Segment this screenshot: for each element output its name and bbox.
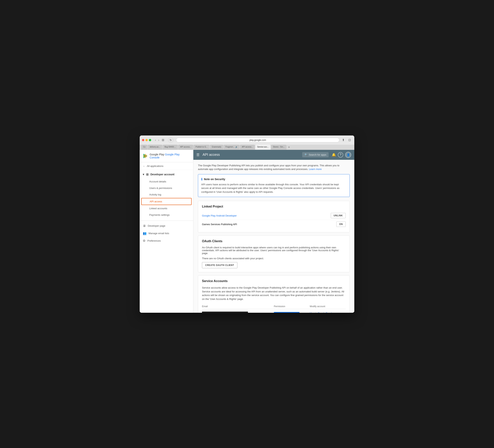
search-icon: 🔍 xyxy=(305,153,308,156)
logo-text: Google Play Google Play Console xyxy=(150,153,190,159)
oauth-clients-section: OAuth Clients An OAuth client is require… xyxy=(198,236,350,272)
sidebar-item-users-permissions[interactable]: Users & permissions xyxy=(141,185,192,191)
top-bar-actions: 🔔 ? 👤 xyxy=(332,152,351,158)
tab-overview-button[interactable]: ⊞ xyxy=(161,138,165,142)
google-play-icon xyxy=(143,153,148,159)
service-accounts-section: Service Accounts Service accounts allow … xyxy=(198,275,350,313)
permission-column-header: Permission xyxy=(274,305,310,308)
grid-icon: ⊞ xyxy=(146,173,148,176)
sidebar-item-manage-email-lists[interactable]: 👥 Manage email lists xyxy=(140,230,193,237)
back-to-applications[interactable]: ← All applications xyxy=(140,162,193,170)
security-note: ℹ Note on Security API users have access… xyxy=(198,174,350,197)
service-accounts-title: Service Accounts xyxy=(202,279,346,283)
sidebar-logo: Google Play Google Play Console xyxy=(140,150,193,162)
info-icon: ℹ xyxy=(201,177,202,181)
browser-tabs: Cc delivery.ac... Bug 59400:... API acce… xyxy=(140,145,354,150)
service-account-row: GRANT ACCESS View in Google Developers C… xyxy=(202,310,346,313)
google-play-android-developer-link[interactable]: Google Play Android Developer xyxy=(202,214,237,217)
browser-tab-8[interactable]: Service acc... xyxy=(255,145,271,150)
view-in-google-developers-console-link[interactable]: View in Google Developers Console xyxy=(310,312,338,313)
browser-window: ‹ › ⊞ ↻ play.google.com ⬆ ⊡ Cc delivery.… xyxy=(140,136,354,313)
new-tab-button[interactable]: ⊡ xyxy=(347,138,352,142)
back-nav-button[interactable]: ‹ xyxy=(154,138,157,142)
content-body: The Google Play Developer Publishing API… xyxy=(193,160,354,313)
email-redacted-value xyxy=(202,311,248,313)
browser-tab-3[interactable]: API access... xyxy=(178,145,193,150)
sidebar-item-payments-settings[interactable]: Payments settings xyxy=(141,212,192,218)
share-button[interactable]: ⬆ xyxy=(341,138,346,142)
user-avatar[interactable]: 👤 xyxy=(345,152,351,158)
chevron-icon: ▾ xyxy=(143,173,144,176)
browser-tab-4[interactable]: Publish to G... xyxy=(194,145,210,150)
sidebar-item-developer-page[interactable]: 🖥 Developer page xyxy=(140,222,193,230)
linked-project-title: Linked Project xyxy=(202,205,346,208)
hamburger-menu-button[interactable]: ☰ xyxy=(197,153,199,157)
search-bar[interactable]: 🔍 Search for apps xyxy=(302,152,329,157)
reload-button[interactable]: ↻ xyxy=(168,137,173,143)
modify-column-header: Modify account xyxy=(310,305,346,308)
service-accounts-table-header: Email Permission Modify account xyxy=(202,304,346,309)
oauth-clients-title: OAuth Clients xyxy=(202,239,346,243)
browser-tab-9[interactable]: Stores - Sm... xyxy=(271,145,286,150)
maximize-button[interactable] xyxy=(149,139,151,141)
permission-cell: GRANT ACCESS xyxy=(274,312,310,313)
back-arrow-icon: ← xyxy=(143,165,145,167)
linked-project-row-0: Google Play Android Developer UNLINK xyxy=(202,211,346,220)
unlink-button[interactable]: UNLINK xyxy=(331,213,346,218)
oauth-description-0: An OAuth client is required to build int… xyxy=(202,246,346,255)
address-bar[interactable]: play.google.com xyxy=(176,138,339,142)
api-description: The Google Play Developer Publishing API… xyxy=(198,164,350,171)
browser-tab-7[interactable]: API access... xyxy=(240,145,255,150)
forward-nav-button[interactable]: › xyxy=(158,138,160,142)
add-tab-button[interactable]: + xyxy=(287,145,291,150)
browser-tab-1[interactable]: delivery.ac... xyxy=(148,145,162,150)
linked-project-section: Linked Project Google Play Android Devel… xyxy=(198,201,350,232)
email-cell xyxy=(202,311,274,313)
main-content: ☰ API access 🔍 Search for apps 🔔 ? 👤 xyxy=(193,150,354,313)
sidebar-item-account-details[interactable]: Account details xyxy=(141,178,192,185)
modify-cell: View in Google Developers Console xyxy=(310,311,346,313)
developer-account-section: ▾ ⊞ Developer account Account details Us… xyxy=(140,170,193,219)
people-icon: 👥 xyxy=(143,231,147,235)
browser-tab-2[interactable]: Bug 59400:... xyxy=(163,145,178,150)
help-button[interactable]: ? xyxy=(338,152,343,158)
close-button[interactable] xyxy=(142,139,144,141)
monitor-icon: 🖥 xyxy=(143,224,146,228)
page-title: API access xyxy=(203,153,299,157)
sidebar: Google Play Google Play Console ← All ap… xyxy=(140,150,193,313)
security-note-text: API users have access to perform actions… xyxy=(201,183,346,194)
grant-access-button[interactable]: GRANT ACCESS xyxy=(274,312,299,313)
linked-project-name-1: Games Services Publishing API xyxy=(202,223,333,226)
games-services-on-button[interactable]: ON xyxy=(336,222,346,227)
sidebar-item-api-access[interactable]: API access xyxy=(141,198,192,205)
security-note-header: ℹ Note on Security xyxy=(201,177,346,181)
linked-project-row-1: Games Services Publishing API ON xyxy=(202,220,346,228)
sidebar-item-preferences[interactable]: ⚙ Preferences xyxy=(140,237,193,245)
browser-tab-5[interactable]: Grammarly xyxy=(210,145,223,150)
notifications-button[interactable]: 🔔 xyxy=(332,153,336,157)
minimize-button[interactable] xyxy=(146,139,148,141)
learn-more-link[interactable]: Learn more xyxy=(309,168,321,171)
browser-tab-0[interactable]: Cc xyxy=(141,145,147,150)
browser-chrome: ‹ › ⊞ ↻ play.google.com ⬆ ⊡ Cc delivery.… xyxy=(140,136,354,150)
avatar-icon: 👤 xyxy=(347,153,350,156)
sidebar-divider xyxy=(140,221,193,221)
sidebar-item-linked-accounts[interactable]: Linked accounts xyxy=(141,205,192,212)
sliders-icon: ⚙ xyxy=(143,239,146,243)
app-container: Google Play Google Play Console ← All ap… xyxy=(140,150,354,313)
top-bar: ☰ API access 🔍 Search for apps 🔔 ? 👤 xyxy=(193,150,354,160)
browser-tab-6[interactable]: Fragmen... 🔊 xyxy=(224,145,240,150)
title-bar: ‹ › ⊞ ↻ play.google.com ⬆ ⊡ xyxy=(140,136,354,145)
service-accounts-description: Service accounts allow access to the Goo… xyxy=(202,286,346,301)
developer-account-header[interactable]: ▾ ⊞ Developer account xyxy=(140,171,193,178)
sidebar-item-activity-log[interactable]: Activity log xyxy=(141,191,192,198)
nav-buttons: ‹ › ⊞ xyxy=(154,138,165,142)
linked-project-name-0: Google Play Android Developer xyxy=(202,214,328,217)
traffic-lights xyxy=(142,139,151,141)
email-column-header: Email xyxy=(202,305,274,308)
oauth-no-clients-text: There are no OAuth clients associated wi… xyxy=(202,257,346,260)
create-oauth-client-button[interactable]: CREATE OAUTH CLIENT xyxy=(202,262,237,268)
